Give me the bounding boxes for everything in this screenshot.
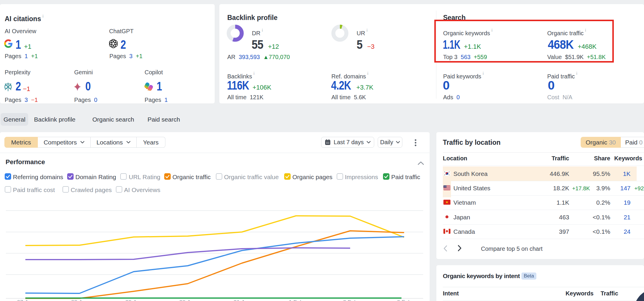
- svg-text:31 Jan: 31 Jan: [233, 299, 250, 301]
- svg-text:27 Jan: 27 Jan: [17, 299, 34, 301]
- svg-text:2 Feb: 2 Feb: [343, 299, 357, 301]
- svg-text:3 Feb: 3 Feb: [397, 299, 411, 301]
- svg-text:29 Jan: 29 Jan: [125, 299, 142, 301]
- svg-text:28 Jan: 28 Jan: [71, 299, 88, 301]
- svg-text:30 Jan: 30 Jan: [179, 299, 196, 301]
- svg-text:1 Feb: 1 Feb: [289, 299, 303, 301]
